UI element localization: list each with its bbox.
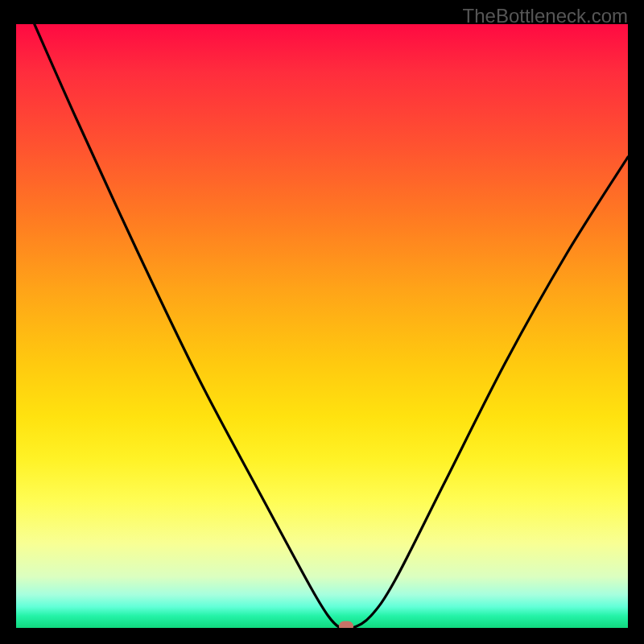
chart-frame: TheBottleneck.com [0,0,644,644]
optimal-point-marker [339,621,353,628]
plot-area [16,24,628,628]
bottleneck-curve [16,24,628,628]
